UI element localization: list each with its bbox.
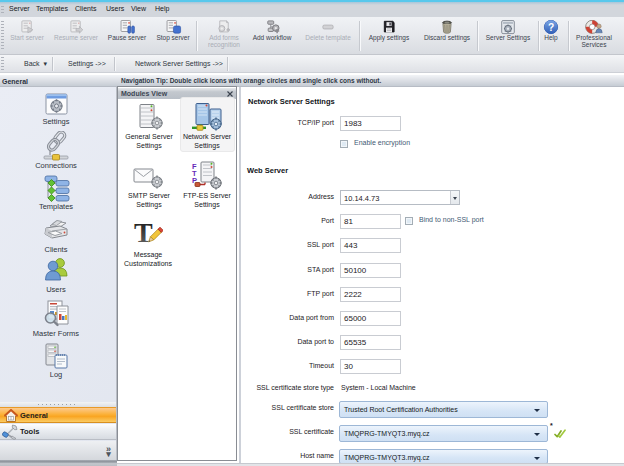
svg-text:?: ? — [548, 22, 554, 33]
svg-text:T: T — [134, 220, 153, 248]
